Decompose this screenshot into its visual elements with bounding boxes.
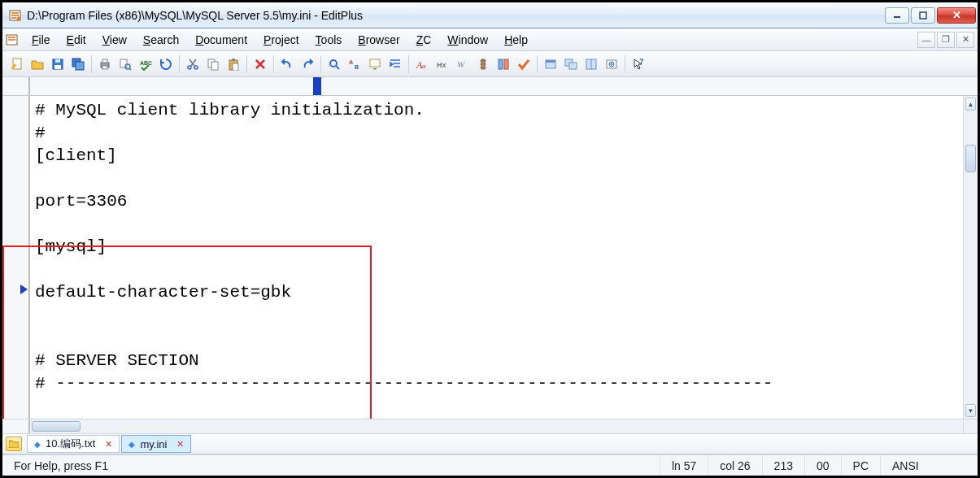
svg-rect-8	[54, 65, 61, 69]
svg-rect-35	[499, 59, 503, 69]
svg-text:W: W	[457, 59, 465, 69]
tab-2[interactable]: ◆ my.ini ✕	[121, 435, 191, 453]
save-icon[interactable]	[48, 54, 68, 74]
minimize-button[interactable]	[885, 7, 909, 24]
menu-zc[interactable]: ZC	[408, 30, 440, 50]
editor-line	[35, 327, 963, 350]
statusbar: For Help, press F1 ln 57 col 26 213 00 P…	[2, 454, 978, 476]
printpreview-icon[interactable]	[115, 54, 135, 74]
menu-file[interactable]: File	[24, 30, 59, 50]
marker-icon[interactable]	[473, 54, 493, 74]
print-icon[interactable]	[95, 54, 115, 74]
window3-icon[interactable]	[581, 54, 601, 74]
tab-1-label: 10.编码.txt	[46, 437, 95, 451]
hex-icon[interactable]: Hx	[433, 54, 452, 74]
tab-1[interactable]: ◆ 10.编码.txt ✕	[27, 435, 120, 453]
menu-window[interactable]: Window	[439, 30, 496, 50]
font-icon[interactable]: Aa	[412, 54, 432, 74]
svg-rect-7	[55, 59, 60, 63]
saveall-icon[interactable]	[68, 54, 88, 74]
status-encoding: ANSI	[880, 455, 978, 476]
window2-icon[interactable]	[561, 54, 581, 74]
help-cursor-icon[interactable]: ?	[629, 54, 648, 74]
delete-icon[interactable]	[250, 54, 270, 74]
open-icon[interactable]	[28, 54, 47, 74]
scroll-thumb-h[interactable]	[32, 421, 81, 432]
svg-point-1	[17, 16, 21, 20]
scroll-up-icon[interactable]: ▲	[965, 98, 976, 111]
scroll-down-icon[interactable]: ▼	[965, 404, 976, 417]
scroll-thumb-v[interactable]	[965, 145, 976, 172]
editor-line: # --------------------------------------…	[35, 372, 963, 395]
editor-line: [mysql]	[35, 236, 963, 259]
tab-folder-icon[interactable]	[6, 437, 22, 451]
paste-icon[interactable]	[224, 54, 243, 74]
undo-icon[interactable]	[277, 54, 297, 74]
svg-rect-36	[504, 59, 508, 69]
current-line-marker-icon	[20, 285, 28, 294]
vertical-scrollbar[interactable]: ▲ ▼	[963, 96, 978, 419]
ruler-caret-icon	[313, 77, 321, 95]
indent-icon[interactable]	[385, 54, 405, 74]
editor[interactable]: # MySQL client library initialization.#[…	[30, 96, 963, 419]
menu-view[interactable]: View	[94, 30, 135, 50]
svg-rect-23	[232, 59, 235, 61]
svg-rect-29	[370, 59, 380, 67]
document-tabbar: ◆ 10.编码.txt ✕ ◆ my.ini ✕	[2, 433, 978, 454]
svg-line-16	[129, 68, 131, 70]
cut-icon[interactable]	[183, 54, 203, 74]
browser-icon[interactable]	[602, 54, 621, 74]
tab-modified-icon: ◆	[34, 440, 41, 449]
tab-close-icon[interactable]: ✕	[105, 439, 112, 450]
svg-text:B: B	[355, 64, 359, 70]
status-col: col 26	[708, 455, 761, 476]
editor-line	[35, 167, 963, 190]
inner-close-button[interactable]: ✕	[956, 32, 974, 48]
status-total: 213	[762, 455, 804, 476]
editor-line: # SERVER SECTION	[35, 350, 963, 372]
status-line: ln 57	[660, 455, 708, 476]
svg-rect-38	[546, 60, 555, 63]
menu-edit[interactable]: Edit	[59, 30, 94, 50]
svg-point-19	[194, 66, 198, 69]
refresh-icon[interactable]	[156, 54, 176, 74]
toolbar: ABC AB Aa Hx W ?	[2, 51, 978, 77]
copy-icon[interactable]	[203, 54, 223, 74]
editor-line: # MySQL client library initialization.	[35, 99, 963, 122]
redo-icon[interactable]	[298, 54, 317, 74]
spell-icon[interactable]: ABC	[136, 54, 155, 74]
tab-2-label: my.ini	[140, 438, 167, 450]
columns-icon[interactable]	[494, 54, 513, 74]
findnext-icon[interactable]: AB	[345, 54, 364, 74]
svg-text:?: ?	[639, 58, 644, 65]
replace-icon[interactable]	[365, 54, 385, 74]
svg-point-25	[330, 60, 337, 67]
inner-minimize-button[interactable]: —	[917, 32, 935, 48]
menu-tools[interactable]: Tools	[307, 30, 351, 50]
svg-rect-24	[233, 63, 238, 71]
tab-close-icon[interactable]: ✕	[176, 439, 184, 450]
menu-project[interactable]: Project	[255, 30, 307, 50]
svg-text:ABC: ABC	[140, 60, 152, 66]
svg-rect-12	[102, 59, 107, 63]
menu-help[interactable]: Help	[496, 30, 536, 50]
close-button[interactable]: ✕	[937, 7, 976, 24]
status-zz: 00	[804, 455, 841, 476]
menu-search[interactable]: Search	[135, 30, 187, 50]
svg-rect-3	[920, 12, 926, 19]
maximize-button[interactable]	[911, 7, 935, 24]
editor-line: port=3306	[35, 190, 963, 213]
wrap-icon[interactable]: W	[453, 54, 473, 74]
window1-icon[interactable]	[541, 54, 560, 74]
menu-browser[interactable]: Browser	[350, 30, 407, 50]
svg-line-26	[336, 66, 339, 69]
app-icon	[9, 9, 22, 22]
find-icon[interactable]	[324, 54, 344, 74]
new-icon[interactable]	[7, 54, 27, 74]
window-title: D:\Program Files (x86)\MySQL\MySQL Serve…	[27, 9, 885, 22]
horizontal-scrollbar[interactable]	[30, 419, 963, 433]
svg-rect-13	[102, 66, 107, 69]
check-icon[interactable]	[514, 54, 534, 74]
inner-restore-button[interactable]: ❐	[937, 32, 955, 48]
menu-document[interactable]: Document	[187, 30, 255, 50]
